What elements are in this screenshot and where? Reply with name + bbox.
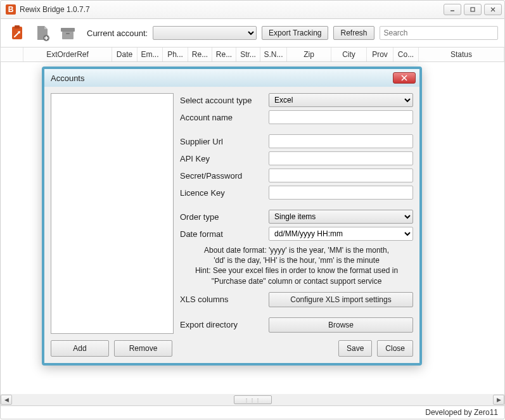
current-account-label: Current account: [87, 29, 148, 38]
column-header[interactable]: ExtOrderRef [23, 48, 112, 61]
scroll-track[interactable]: ⋮⋮⋮ [12, 395, 493, 405]
column-header[interactable]: Date [112, 48, 137, 61]
order-type-select[interactable]: Single items [269, 210, 413, 224]
date-format-label: Date format [180, 229, 265, 239]
archive-box-icon[interactable] [58, 23, 78, 43]
accounts-dialog: Accounts Select account type Excel Accou… [42, 67, 422, 366]
column-header[interactable]: Re... [188, 48, 212, 61]
column-header[interactable]: Co... [393, 48, 419, 61]
account-name-label: Account name [180, 113, 265, 122]
account-form: Select account type Excel Account name S… [180, 93, 413, 334]
close-button[interactable]: Close [377, 340, 413, 357]
dialog-title: Accounts [51, 73, 84, 83]
svg-rect-5 [15, 25, 20, 29]
xls-columns-label: XLS columns [180, 295, 265, 304]
remove-button[interactable]: Remove [114, 340, 172, 357]
column-header[interactable] [1, 48, 23, 61]
licence-key-input[interactable] [269, 186, 413, 200]
date-format-hint: About date format: 'yyyy' is the year, '… [180, 245, 413, 286]
minimize-button[interactable] [444, 4, 461, 15]
column-header[interactable]: Ph... [163, 48, 188, 61]
maximize-button[interactable] [464, 4, 482, 15]
export-tracking-button[interactable]: Export Tracking [262, 26, 328, 40]
toolbar: Current account: Export Tracking Refresh [0, 19, 505, 47]
svg-rect-11 [66, 33, 70, 34]
accounts-listbox[interactable] [51, 93, 174, 334]
column-header[interactable]: Str... [236, 48, 260, 61]
scroll-right-arrow[interactable]: ▶ [493, 395, 504, 405]
column-header[interactable]: City [331, 48, 367, 61]
footer: Developed by Zero11 [0, 405, 505, 419]
search-input[interactable] [380, 26, 498, 40]
order-type-label: Order type [180, 212, 265, 222]
supplier-url-input[interactable] [269, 134, 413, 148]
api-key-label: API Key [180, 154, 265, 163]
account-name-input[interactable] [269, 110, 413, 124]
scroll-left-arrow[interactable]: ◀ [1, 395, 12, 405]
export-directory-label: Export directory [180, 320, 265, 329]
current-account-select[interactable] [153, 26, 257, 40]
column-header[interactable]: S.N... [260, 48, 287, 61]
window-titlebar: B Rewix Bridge 1.0.7.7 [0, 0, 505, 19]
save-button[interactable]: Save [338, 340, 372, 357]
browse-button[interactable]: Browse [269, 317, 413, 333]
horizontal-scrollbar[interactable]: ◀ ⋮⋮⋮ ▶ [0, 394, 505, 405]
secret-password-input[interactable] [269, 169, 413, 182]
account-type-select[interactable]: Excel [269, 93, 413, 107]
configure-xls-button[interactable]: Configure XLS import settings [269, 292, 413, 307]
close-button[interactable] [484, 4, 502, 15]
dialog-titlebar: Accounts [44, 69, 419, 87]
footer-text: Developed by Zero11 [425, 408, 498, 417]
api-key-input[interactable] [269, 151, 413, 165]
svg-rect-10 [62, 32, 74, 39]
window-title: Rewix Bridge 1.0.7.7 [20, 5, 444, 14]
column-header[interactable]: Prov [367, 48, 393, 61]
clipboard-paste-icon[interactable] [7, 23, 27, 43]
secret-password-label: Secret/Password [180, 171, 265, 181]
licence-key-label: Licence Key [180, 188, 265, 198]
refresh-button[interactable]: Refresh [333, 26, 374, 40]
column-header[interactable]: Status [419, 48, 504, 61]
scroll-thumb[interactable]: ⋮⋮⋮ [234, 395, 272, 404]
column-header[interactable]: Re... [212, 48, 236, 61]
column-header[interactable]: Em... [137, 48, 163, 61]
account-type-label: Select account type [180, 96, 265, 105]
date-format-select[interactable]: dd/MM/yyyy HH:mm [269, 227, 413, 241]
dialog-close-button[interactable] [393, 72, 416, 84]
content-area: Accounts Select account type Excel Accou… [0, 62, 505, 394]
app-icon: B [6, 4, 16, 15]
add-button[interactable]: Add [51, 340, 109, 357]
table-header: ExtOrderRef Date Em... Ph... Re... Re...… [0, 47, 505, 62]
supplier-url-label: Supplier Url [180, 137, 265, 146]
svg-rect-9 [61, 28, 75, 32]
svg-rect-1 [471, 8, 475, 11]
column-header[interactable]: Zip [287, 48, 331, 61]
new-document-icon[interactable] [32, 23, 53, 43]
